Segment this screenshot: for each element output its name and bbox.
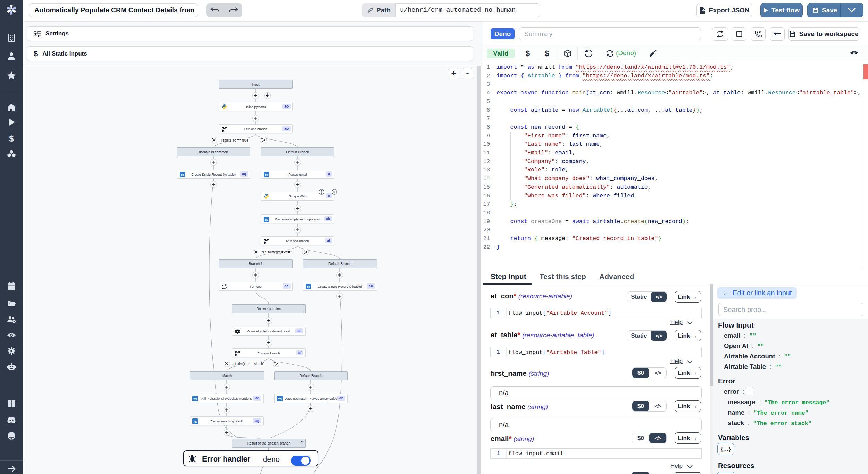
svg-text:$: $ [9, 134, 14, 143]
svg-text:TS: TS [193, 420, 197, 423]
svg-text:TS: TS [265, 218, 268, 221]
svg-text:TS: TS [307, 286, 310, 289]
svg-text:TS: TS [265, 173, 268, 177]
svg-text:TS: TS [181, 173, 184, 177]
svg-text:TS: TS [193, 398, 197, 401]
svg-text:TS: TS [278, 398, 281, 401]
